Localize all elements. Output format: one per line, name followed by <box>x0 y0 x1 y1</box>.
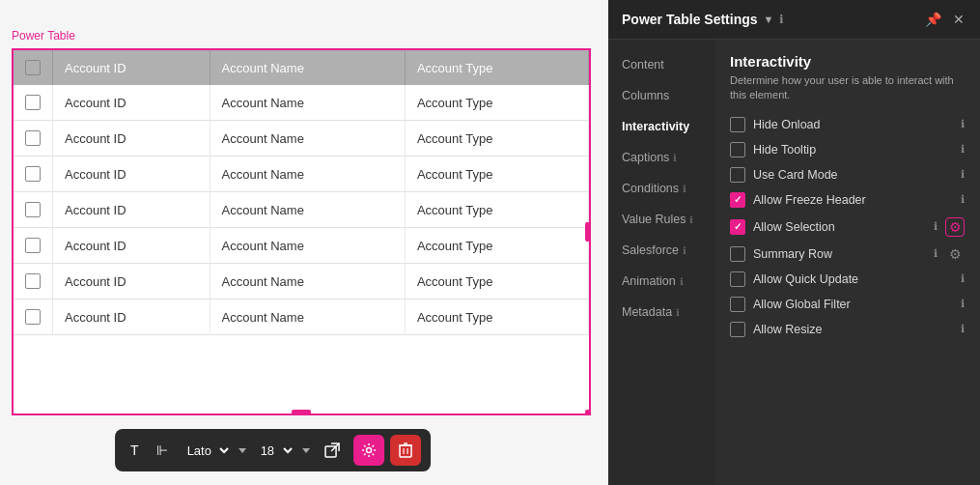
cb-summary-row[interactable] <box>730 246 745 262</box>
svg-point-2 <box>366 448 371 453</box>
info-allow-quick-update[interactable]: ℹ <box>961 272 965 285</box>
row-cell: Account Name <box>210 157 405 192</box>
header-checkbox-box[interactable] <box>25 60 41 75</box>
row-cell: Account ID <box>53 264 210 300</box>
row-cell: Account ID <box>53 157 210 192</box>
row-checkbox-cell[interactable] <box>14 228 53 264</box>
table-row: Account IDAccount NameAccount Type <box>14 121 589 157</box>
info-summary-row[interactable]: ℹ <box>934 247 938 260</box>
nav-label-captions: Captions <box>622 151 669 164</box>
panel-header: Power Table Settings ▼ ℹ 📌 ✕ <box>608 0 980 40</box>
header-checkbox[interactable] <box>14 50 53 85</box>
cb-allow-selection[interactable] <box>730 219 745 235</box>
row-checkbox[interactable] <box>25 309 41 325</box>
row-checkbox-cell[interactable] <box>14 264 53 300</box>
label-hide-tooltip: Hide Tooltip <box>753 143 953 157</box>
option-allow-selection: Allow Selection ℹ ⚙ <box>730 217 965 237</box>
nav-item-animation[interactable]: Animation ℹ <box>608 266 714 297</box>
option-allow-resize: Allow Resize ℹ <box>730 322 965 337</box>
cb-allow-resize[interactable] <box>730 322 745 337</box>
settings-button[interactable] <box>353 435 384 466</box>
row-cell: Account Name <box>210 264 405 300</box>
info-hide-onload[interactable]: ℹ <box>961 118 965 130</box>
row-checkbox[interactable] <box>25 166 41 182</box>
font-dropdown-icon <box>238 443 247 457</box>
nav-label-value-rules: Value Rules <box>622 213 686 226</box>
nav-item-conditions[interactable]: Conditions ℹ <box>608 173 714 204</box>
option-hide-onload: Hide Onload ℹ <box>730 117 965 132</box>
row-checkbox[interactable] <box>25 273 41 289</box>
row-cell: Account ID <box>53 85 210 121</box>
row-checkbox[interactable] <box>25 130 41 146</box>
resize-handle-corner[interactable] <box>585 410 591 415</box>
option-allow-quick-update: Allow Quick Update ℹ <box>730 271 965 287</box>
panel-title-info: ℹ <box>779 13 784 26</box>
info-allow-global-filter[interactable]: ℹ <box>961 298 965 310</box>
row-checkbox[interactable] <box>25 238 41 253</box>
row-checkbox[interactable] <box>25 202 41 217</box>
align-icon: ⊩ <box>156 442 168 458</box>
cb-hide-tooltip[interactable] <box>730 142 745 157</box>
info-use-card-mode[interactable]: ℹ <box>961 168 965 181</box>
cb-allow-quick-update[interactable] <box>730 271 745 287</box>
nav-item-value-rules[interactable]: Value Rules ℹ <box>608 204 714 235</box>
row-checkbox-cell[interactable] <box>14 192 53 228</box>
animation-info-icon: ℹ <box>680 276 684 287</box>
conditions-info-icon: ℹ <box>683 184 686 194</box>
power-table-label: Power Table <box>12 29 75 43</box>
nav-label-content: Content <box>622 58 664 71</box>
row-checkbox-cell[interactable] <box>14 121 53 157</box>
nav-item-captions[interactable]: Captions ℹ <box>608 142 714 173</box>
nav-item-content[interactable]: Content <box>608 49 714 80</box>
canvas-area: Power Table Account ID Account Name Acco… <box>0 0 608 485</box>
trash-icon <box>399 442 412 458</box>
font-family-select[interactable]: Lato <box>180 441 232 461</box>
cb-use-card-mode[interactable] <box>730 167 745 183</box>
row-checkbox-cell[interactable] <box>14 157 53 192</box>
option-summary-row: Summary Row ℹ ⚙ <box>730 246 965 262</box>
info-allow-resize[interactable]: ℹ <box>961 323 965 335</box>
nav-item-interactivity[interactable]: Interactivity <box>608 111 714 142</box>
info-hide-tooltip[interactable]: ℹ <box>961 143 965 156</box>
row-checkbox-cell[interactable] <box>14 85 53 121</box>
panel-title-caret: ▼ <box>764 14 774 25</box>
text-format-button[interactable]: T <box>125 439 145 462</box>
delete-button[interactable] <box>390 435 421 466</box>
label-allow-global-filter: Allow Global Filter <box>753 298 953 311</box>
row-checkbox[interactable] <box>25 95 41 110</box>
table-row: Account IDAccount NameAccount Type <box>14 157 589 192</box>
info-allow-freeze-header[interactable]: ℹ <box>961 193 965 206</box>
row-cell: Account Type <box>405 121 588 157</box>
nav-item-metadata[interactable]: Metadata ℹ <box>608 297 714 328</box>
settings-panel: Power Table Settings ▼ ℹ 📌 ✕ Content Col… <box>608 0 980 485</box>
section-title: Interactivity <box>730 53 965 70</box>
gear-allow-selection[interactable]: ⚙ <box>945 217 965 237</box>
nav-item-salesforce[interactable]: Salesforce ℹ <box>608 235 714 266</box>
label-allow-quick-update: Allow Quick Update <box>753 272 953 286</box>
gear-summary-row[interactable]: ⚙ <box>945 246 965 262</box>
resize-handle-bottom[interactable] <box>292 410 311 415</box>
label-summary-row: Summary Row <box>753 247 926 261</box>
resize-handle-right[interactable] <box>585 222 591 242</box>
panel-pin-icon[interactable]: 📌 <box>923 10 943 29</box>
row-cell: Account Name <box>210 121 405 157</box>
cb-hide-onload[interactable] <box>730 117 745 132</box>
align-button[interactable]: ⊩ <box>151 439 174 462</box>
option-allow-freeze-header: Allow Freeze Header ℹ <box>730 192 965 208</box>
row-checkbox-cell[interactable] <box>14 300 53 335</box>
captions-info-icon: ℹ <box>673 153 677 163</box>
label-hide-onload: Hide Onload <box>753 118 953 131</box>
external-link-button[interactable] <box>317 435 348 466</box>
nav-label-conditions: Conditions <box>622 182 679 195</box>
row-cell: Account Name <box>210 192 405 228</box>
external-link-icon <box>324 442 340 458</box>
svg-rect-3 <box>400 445 411 457</box>
cb-allow-global-filter[interactable] <box>730 297 745 312</box>
panel-header-icons: 📌 ✕ <box>923 10 966 29</box>
panel-close-icon[interactable]: ✕ <box>951 10 966 29</box>
header-account-name: Account Name <box>210 50 405 85</box>
info-allow-selection[interactable]: ℹ <box>934 220 938 233</box>
font-size-select[interactable]: 18 <box>253 441 295 461</box>
cb-allow-freeze-header[interactable] <box>730 192 745 208</box>
nav-item-columns[interactable]: Columns <box>608 80 714 111</box>
